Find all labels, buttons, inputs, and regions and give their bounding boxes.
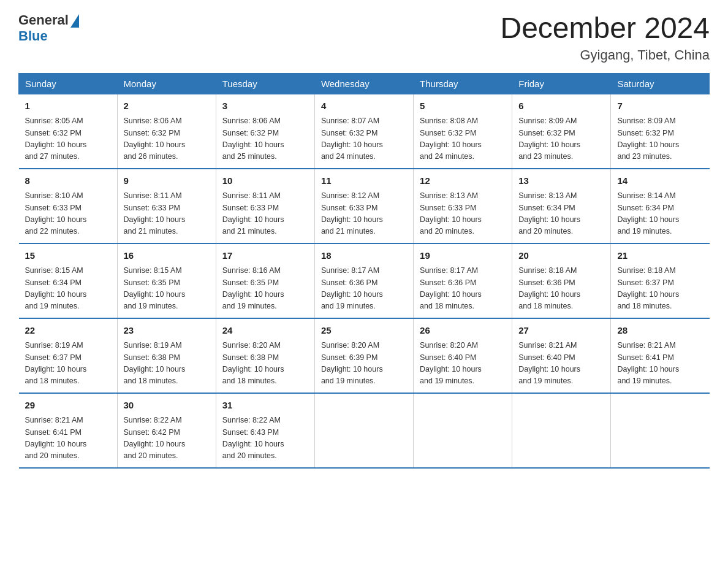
day-info: Sunrise: 8:11 AMSunset: 6:33 PMDaylight:…: [222, 190, 308, 238]
day-number: 31: [222, 399, 308, 413]
calendar-cell: 18Sunrise: 8:17 AMSunset: 6:36 PMDayligh…: [314, 243, 413, 318]
day-number: 7: [617, 99, 703, 113]
day-info: Sunrise: 8:19 AMSunset: 6:37 PMDaylight:…: [25, 340, 111, 388]
calendar-cell: 25Sunrise: 8:20 AMSunset: 6:39 PMDayligh…: [314, 318, 413, 393]
day-info: Sunrise: 8:21 AMSunset: 6:41 PMDaylight:…: [25, 415, 111, 462]
calendar-cell: 2Sunrise: 8:06 AMSunset: 6:32 PMDaylight…: [117, 94, 216, 169]
calendar-cell: [314, 393, 413, 468]
day-number: 23: [124, 324, 210, 338]
page-title: December 2024: [500, 12, 710, 45]
calendar-cell: 13Sunrise: 8:13 AMSunset: 6:34 PMDayligh…: [512, 169, 611, 243]
calendar-cell: 7Sunrise: 8:09 AMSunset: 6:32 PMDaylight…: [611, 94, 710, 169]
logo-arrow-icon: [70, 14, 79, 28]
day-info: Sunrise: 8:11 AMSunset: 6:33 PMDaylight:…: [124, 190, 210, 238]
day-info: Sunrise: 8:14 AMSunset: 6:34 PMDaylight:…: [617, 190, 703, 238]
day-info: Sunrise: 8:09 AMSunset: 6:32 PMDaylight:…: [617, 115, 703, 163]
day-info: Sunrise: 8:10 AMSunset: 6:33 PMDaylight:…: [25, 190, 111, 238]
day-number: 18: [321, 249, 407, 263]
header-cell-sunday: Sunday: [19, 73, 118, 94]
day-info: Sunrise: 8:20 AMSunset: 6:38 PMDaylight:…: [222, 340, 308, 388]
calendar-cell: 9Sunrise: 8:11 AMSunset: 6:33 PMDaylight…: [117, 169, 216, 243]
calendar-cell: 22Sunrise: 8:19 AMSunset: 6:37 PMDayligh…: [19, 318, 118, 393]
calendar-cell: 4Sunrise: 8:07 AMSunset: 6:32 PMDaylight…: [314, 94, 413, 169]
calendar-cell: 8Sunrise: 8:10 AMSunset: 6:33 PMDaylight…: [19, 169, 118, 243]
day-info: Sunrise: 8:15 AMSunset: 6:35 PMDaylight:…: [124, 265, 210, 313]
calendar-cell: 27Sunrise: 8:21 AMSunset: 6:40 PMDayligh…: [512, 318, 611, 393]
calendar-cell: 16Sunrise: 8:15 AMSunset: 6:35 PMDayligh…: [117, 243, 216, 318]
header-cell-tuesday: Tuesday: [216, 73, 314, 94]
calendar-cell: 29Sunrise: 8:21 AMSunset: 6:41 PMDayligh…: [19, 393, 118, 468]
calendar-cell: 3Sunrise: 8:06 AMSunset: 6:32 PMDaylight…: [216, 94, 314, 169]
day-number: 20: [518, 249, 604, 263]
day-number: 29: [25, 399, 111, 413]
day-number: 14: [617, 174, 703, 188]
calendar-cell: 30Sunrise: 8:22 AMSunset: 6:42 PMDayligh…: [117, 393, 216, 468]
calendar-cell: 24Sunrise: 8:20 AMSunset: 6:38 PMDayligh…: [216, 318, 314, 393]
day-info: Sunrise: 8:13 AMSunset: 6:34 PMDaylight:…: [518, 190, 604, 238]
day-number: 12: [420, 174, 506, 188]
calendar-cell: 11Sunrise: 8:12 AMSunset: 6:33 PMDayligh…: [314, 169, 413, 243]
day-number: 1: [25, 99, 111, 113]
calendar-cell: 31Sunrise: 8:22 AMSunset: 6:43 PMDayligh…: [216, 393, 314, 468]
calendar-cell: 14Sunrise: 8:14 AMSunset: 6:34 PMDayligh…: [611, 169, 710, 243]
day-info: Sunrise: 8:20 AMSunset: 6:39 PMDaylight:…: [321, 340, 407, 388]
day-number: 26: [420, 324, 506, 338]
header-cell-thursday: Thursday: [414, 73, 512, 94]
calendar-header: SundayMondayTuesdayWednesdayThursdayFrid…: [19, 73, 710, 94]
day-info: Sunrise: 8:06 AMSunset: 6:32 PMDaylight:…: [222, 115, 308, 163]
calendar-cell: 17Sunrise: 8:16 AMSunset: 6:35 PMDayligh…: [216, 243, 314, 318]
day-info: Sunrise: 8:07 AMSunset: 6:32 PMDaylight:…: [321, 115, 407, 163]
day-info: Sunrise: 8:06 AMSunset: 6:32 PMDaylight:…: [124, 115, 210, 163]
calendar-table: SundayMondayTuesdayWednesdayThursdayFrid…: [18, 73, 710, 469]
logo-blue-text: Blue: [18, 28, 48, 44]
page-header: General Blue December 2024 Gyigang, Tibe…: [18, 12, 710, 63]
title-block: December 2024 Gyigang, Tibet, China: [500, 12, 710, 63]
logo: General Blue: [18, 12, 79, 44]
calendar-cell: [512, 393, 611, 468]
day-info: Sunrise: 8:08 AMSunset: 6:32 PMDaylight:…: [420, 115, 506, 163]
calendar-week-4: 22Sunrise: 8:19 AMSunset: 6:37 PMDayligh…: [19, 318, 710, 393]
day-info: Sunrise: 8:21 AMSunset: 6:40 PMDaylight:…: [518, 340, 604, 388]
header-cell-saturday: Saturday: [611, 73, 710, 94]
calendar-week-2: 8Sunrise: 8:10 AMSunset: 6:33 PMDaylight…: [19, 169, 710, 243]
calendar-cell: 19Sunrise: 8:17 AMSunset: 6:36 PMDayligh…: [414, 243, 512, 318]
day-number: 28: [617, 324, 703, 338]
day-number: 9: [124, 174, 210, 188]
day-info: Sunrise: 8:18 AMSunset: 6:36 PMDaylight:…: [518, 265, 604, 313]
calendar-cell: 26Sunrise: 8:20 AMSunset: 6:40 PMDayligh…: [414, 318, 512, 393]
day-number: 27: [518, 324, 604, 338]
day-info: Sunrise: 8:16 AMSunset: 6:35 PMDaylight:…: [222, 265, 308, 313]
calendar-cell: 20Sunrise: 8:18 AMSunset: 6:36 PMDayligh…: [512, 243, 611, 318]
page-subtitle: Gyigang, Tibet, China: [500, 47, 710, 63]
calendar-cell: [611, 393, 710, 468]
calendar-week-5: 29Sunrise: 8:21 AMSunset: 6:41 PMDayligh…: [19, 393, 710, 468]
day-info: Sunrise: 8:21 AMSunset: 6:41 PMDaylight:…: [617, 340, 703, 388]
calendar-cell: 15Sunrise: 8:15 AMSunset: 6:34 PMDayligh…: [19, 243, 118, 318]
day-number: 13: [518, 174, 604, 188]
day-number: 11: [321, 174, 407, 188]
day-number: 15: [25, 249, 111, 263]
calendar-week-3: 15Sunrise: 8:15 AMSunset: 6:34 PMDayligh…: [19, 243, 710, 318]
day-number: 16: [124, 249, 210, 263]
day-number: 24: [222, 324, 308, 338]
day-number: 17: [222, 249, 308, 263]
day-number: 21: [617, 249, 703, 263]
header-cell-friday: Friday: [512, 73, 611, 94]
day-number: 5: [420, 99, 506, 113]
calendar-cell: 10Sunrise: 8:11 AMSunset: 6:33 PMDayligh…: [216, 169, 314, 243]
calendar-cell: 5Sunrise: 8:08 AMSunset: 6:32 PMDaylight…: [414, 94, 512, 169]
calendar-cell: 6Sunrise: 8:09 AMSunset: 6:32 PMDaylight…: [512, 94, 611, 169]
day-info: Sunrise: 8:15 AMSunset: 6:34 PMDaylight:…: [25, 265, 111, 313]
day-info: Sunrise: 8:12 AMSunset: 6:33 PMDaylight:…: [321, 190, 407, 238]
header-cell-wednesday: Wednesday: [314, 73, 413, 94]
day-number: 3: [222, 99, 308, 113]
calendar-cell: 1Sunrise: 8:05 AMSunset: 6:32 PMDaylight…: [19, 94, 118, 169]
calendar-cell: 28Sunrise: 8:21 AMSunset: 6:41 PMDayligh…: [611, 318, 710, 393]
calendar-cell: 21Sunrise: 8:18 AMSunset: 6:37 PMDayligh…: [611, 243, 710, 318]
day-number: 19: [420, 249, 506, 263]
day-info: Sunrise: 8:13 AMSunset: 6:33 PMDaylight:…: [420, 190, 506, 238]
day-number: 2: [124, 99, 210, 113]
day-number: 30: [124, 399, 210, 413]
calendar-cell: 12Sunrise: 8:13 AMSunset: 6:33 PMDayligh…: [414, 169, 512, 243]
day-info: Sunrise: 8:22 AMSunset: 6:43 PMDaylight:…: [222, 415, 308, 462]
